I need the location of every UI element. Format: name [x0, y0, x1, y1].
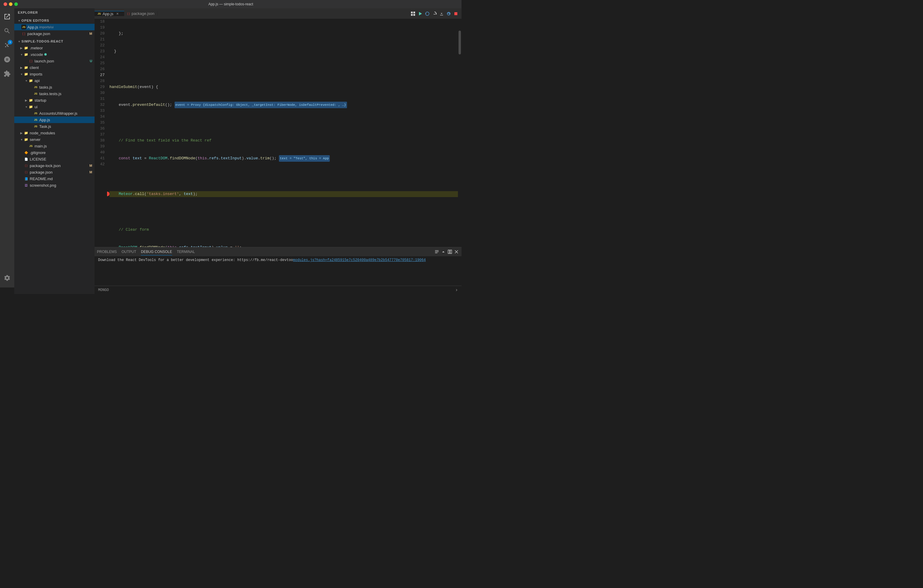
sidebar-item-accounts-ui-wrapper[interactable]: JS AccountsUIWrapper.js — [14, 110, 95, 117]
startup-label: startup — [34, 98, 46, 103]
ui-label: ui — [34, 105, 38, 109]
bottom-arrow[interactable]: › — [455, 287, 458, 293]
sidebar-item-task-js[interactable]: JS Task.js — [14, 123, 95, 130]
code-content[interactable]: }; } handleSubmit(event) { event.prevent… — [107, 19, 458, 247]
search-activity-icon[interactable] — [0, 24, 14, 38]
toolbar-play-btn[interactable] — [417, 10, 424, 17]
readme-icon: 📘 — [24, 176, 28, 181]
open-editors-header[interactable]: ▾ Open Editors — [14, 17, 95, 24]
panel-link[interactable]: modules.js?hash=fa2485915e7c520400a489e7… — [293, 258, 425, 262]
sidebar-item-meteor[interactable]: ▶ 📁 .meteor — [14, 44, 95, 51]
debug-activity-icon[interactable] — [0, 52, 14, 67]
sidebar-item-package-json[interactable]: { } package.json M — [14, 169, 95, 176]
sidebar-item-startup[interactable]: ▶ 📁 startup — [14, 97, 95, 103]
debug-console-tab-label: DEBUG CONSOLE — [141, 250, 172, 254]
code-line-21: handleSubmit(event) { — [109, 84, 458, 90]
window-controls[interactable] — [3, 2, 18, 6]
open-editor-app-js[interactable]: JS App.js imports/ui — [14, 24, 95, 30]
sidebar-item-gitignore[interactable]: 🔶 .gitignore — [14, 149, 95, 156]
project-header[interactable]: ▾ Simple-Todos-React — [14, 38, 95, 44]
explorer-activity-icon[interactable] — [0, 10, 14, 24]
sidebar-item-screenshot[interactable]: 🖼 screenshot.png — [14, 182, 95, 189]
code-line-22: event.preventDefault(); event = Proxy {d… — [109, 102, 458, 108]
open-editor-package-json[interactable]: { } package.json M — [14, 30, 95, 37]
sidebar-item-node-modules[interactable]: ▶ 📁 node_modules — [14, 130, 95, 136]
sidebar-item-app-js[interactable]: JS App.js — [14, 117, 95, 123]
sidebar-item-ui[interactable]: ▾ 📁 ui — [14, 103, 95, 110]
launch-json-icon: { } — [28, 59, 33, 63]
svg-rect-0 — [411, 11, 413, 13]
panel-tab-output[interactable]: OUTPUT — [122, 248, 136, 255]
code-line-26 — [109, 173, 458, 179]
sidebar-item-tasks-js[interactable]: JS tasks.js — [14, 84, 95, 90]
package-lock-label: package-lock.json — [30, 164, 61, 168]
startup-chevron: ▶ — [24, 98, 28, 103]
tab-app-js[interactable]: JS App.js × — [95, 11, 124, 16]
ui-folder-icon: 📁 — [28, 104, 33, 109]
code-editor[interactable]: 18 19 20 21 22 23 24 25 26 27 28 29 30 3… — [95, 19, 462, 247]
svg-rect-3 — [413, 14, 415, 16]
sidebar-item-client[interactable]: ▶ 📁 client — [14, 64, 95, 71]
panel-action-close[interactable] — [454, 249, 459, 255]
terminal-tab-label: TERMINAL — [177, 250, 195, 254]
sidebar-item-tasks-tests-js[interactable]: JS tasks.tests.js — [14, 90, 95, 97]
app-js-icon: JS — [33, 117, 38, 122]
sidebar-item-api[interactable]: ▾ 📁 api — [14, 77, 95, 84]
tab-package-json-label: package.json — [132, 11, 154, 16]
editor-scrollbar[interactable] — [458, 19, 462, 247]
sidebar-item-imports[interactable]: ▾ 📁 imports — [14, 71, 95, 77]
terminal-bottom: MONGO › — [95, 286, 462, 294]
imports-label: imports — [30, 72, 43, 76]
sidebar-item-license[interactable]: 📄 LICENSE — [14, 156, 95, 162]
close-button[interactable] — [3, 2, 7, 6]
api-label: api — [34, 79, 39, 83]
breakpoint-indicator: 🔴 — [107, 191, 110, 197]
svg-rect-11 — [435, 253, 437, 253]
panel-tab-problems[interactable]: PROBLEMS — [97, 248, 117, 255]
sidebar: Explorer ▾ Open Editors JS App.js import… — [14, 8, 95, 294]
sidebar-item-readme[interactable]: 📘 README.md — [14, 176, 95, 182]
tab-app-js-close[interactable]: × — [115, 11, 120, 16]
panel-action-list[interactable] — [434, 249, 440, 255]
window-title: App.js — simple-todos-react — [209, 2, 253, 6]
problems-tab-label: PROBLEMS — [97, 250, 117, 254]
settings-activity-icon[interactable] — [0, 271, 14, 285]
meteor-chevron: ▶ — [19, 46, 24, 50]
toolbar-stop-btn[interactable] — [453, 10, 459, 17]
project-label: Simple-Todos-React — [21, 39, 63, 43]
maximize-button[interactable] — [14, 2, 18, 6]
sidebar-item-server[interactable]: ▾ 📁 server — [14, 136, 95, 143]
sidebar-item-main-js[interactable]: JS main.js — [14, 143, 95, 149]
code-line-30: ReactDOM.findDOMNode(this.refs.textInput… — [109, 245, 458, 247]
vscode-label: .vscode — [30, 52, 43, 57]
json-file-icon: { } — [21, 31, 26, 36]
toolbar-step-over-btn[interactable] — [431, 10, 438, 17]
toolbar-step-into-btn[interactable] — [438, 10, 445, 17]
sidebar-item-package-lock[interactable]: { } package-lock.json M — [14, 162, 95, 169]
editor-scrollbar-thumb[interactable] — [458, 31, 461, 54]
panel-action-up[interactable] — [441, 249, 446, 255]
panel-tab-debug-console[interactable]: DEBUG CONSOLE — [141, 248, 172, 255]
minimize-button[interactable] — [9, 2, 13, 6]
startup-folder-icon: 📁 — [28, 98, 33, 103]
sidebar-item-vscode[interactable]: ▾ 📁 .vscode — [14, 51, 95, 57]
code-line-28 — [109, 209, 458, 215]
tab-package-json[interactable]: { } package.json — [124, 11, 158, 16]
main-js-icon: JS — [28, 144, 33, 148]
extensions-activity-icon[interactable] — [0, 67, 14, 81]
panel-tab-terminal[interactable]: TERMINAL — [177, 248, 195, 255]
vscode-chevron: ▾ — [19, 52, 24, 57]
svg-marker-4 — [419, 12, 422, 15]
source-control-activity-icon[interactable]: 3 — [0, 38, 14, 52]
tab-app-js-label: App.js — [103, 11, 113, 16]
toolbar-grid-btn[interactable] — [410, 10, 416, 17]
toolbar-restart-btn[interactable] — [445, 10, 452, 17]
svg-rect-9 — [435, 250, 439, 251]
open-editors-label: Open Editors — [21, 19, 49, 22]
sidebar-item-launch-json[interactable]: { } launch.json U — [14, 57, 95, 64]
panel-action-layout[interactable] — [447, 249, 453, 255]
panel-content: Download the React DevTools for a better… — [95, 256, 462, 286]
imports-folder-icon: 📁 — [24, 72, 28, 76]
api-folder-icon: 📁 — [28, 78, 33, 83]
toolbar-refresh-btn[interactable] — [424, 10, 430, 17]
